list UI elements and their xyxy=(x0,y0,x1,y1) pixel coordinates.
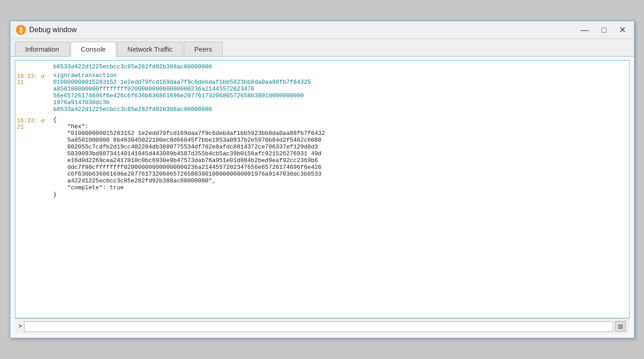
title-bar-left: ₿ Debug window xyxy=(16,25,77,35)
console-line: signrawtransaction 010000000015283152 1e… xyxy=(53,72,627,113)
minimize-button[interactable]: — xyxy=(578,25,592,35)
prompt-symbol: > xyxy=(19,323,22,330)
list-item: b8533a422d1225ecbcc3c85e282fd92b388ac000… xyxy=(17,63,627,70)
title-bar-controls: — □ ✕ xyxy=(578,25,629,35)
clear-button[interactable]: ⊠ xyxy=(615,321,626,332)
input-bar: > ⊠ xyxy=(15,318,630,334)
console-line: b8533a422d1225ecbcc3c85e282fd92b388ac000… xyxy=(53,63,627,70)
window-title: Debug window xyxy=(29,26,77,34)
timestamp-label2: 18:23: ↺ 21 xyxy=(17,116,53,130)
svg-text:₿: ₿ xyxy=(19,27,22,34)
maximize-button[interactable]: □ xyxy=(599,25,609,35)
bitcoin-icon: ₿ xyxy=(16,25,26,35)
console-json: { "hex": "010000000015283152 1e2edd79fcd… xyxy=(53,116,627,198)
tab-network-traffic[interactable]: Network Traffic xyxy=(117,42,183,56)
close-button[interactable]: ✕ xyxy=(616,25,629,35)
content-area: b8533a422d1225ecbcc3c85e282fd92b388ac000… xyxy=(10,57,634,338)
tab-peers[interactable]: Peers xyxy=(184,42,222,56)
list-item: 18:23: ↺ 21 signrawtransaction 010000000… xyxy=(17,72,627,113)
debug-window: ₿ Debug window — □ ✕ Information Console… xyxy=(10,21,634,338)
clear-icon: ⊠ xyxy=(618,323,623,330)
tab-bar: Information Console Network Traffic Peer… xyxy=(10,39,634,57)
title-bar: ₿ Debug window — □ ✕ xyxy=(10,21,634,39)
console-output[interactable]: b8533a422d1225ecbcc3c85e282fd92b388ac000… xyxy=(15,60,630,318)
list-item: 18:23: ↺ 21 { "hex": "010000000015283152… xyxy=(17,116,627,198)
tab-console[interactable]: Console xyxy=(71,42,116,57)
command-input[interactable] xyxy=(24,321,613,332)
tab-information[interactable]: Information xyxy=(15,42,70,56)
timestamp-label: 18:23: ↺ 21 xyxy=(17,72,53,86)
